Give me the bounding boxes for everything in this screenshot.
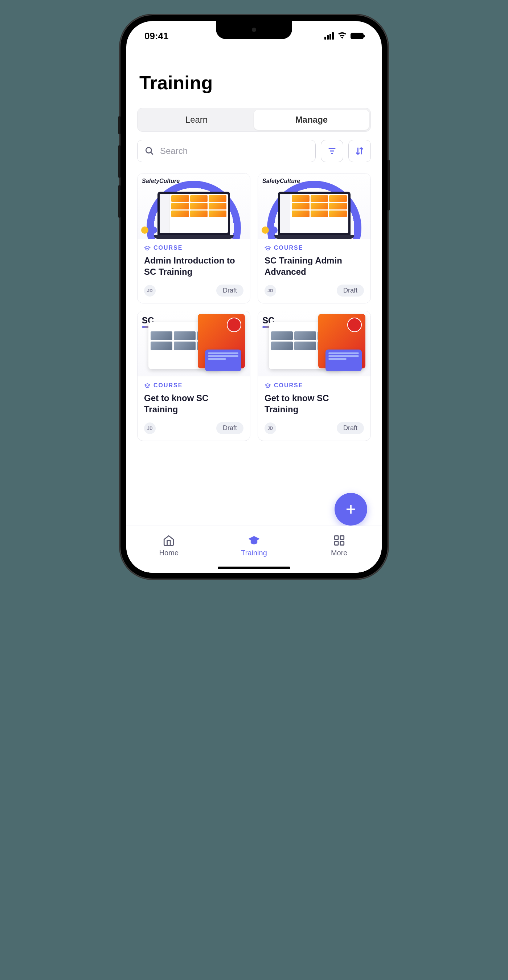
nav-more[interactable]: More xyxy=(297,526,382,565)
course-badge: COURSE xyxy=(265,382,364,389)
filter-icon xyxy=(327,146,337,156)
graduation-cap-icon xyxy=(144,245,151,251)
power-button xyxy=(387,160,390,210)
search-input-wrapper[interactable] xyxy=(137,140,316,162)
nav-training[interactable]: Training xyxy=(211,526,297,565)
card-grid: SafetyCulture COURSE Admin In xyxy=(137,173,371,441)
graduation-cap-icon xyxy=(265,245,271,251)
wifi-icon xyxy=(337,32,347,40)
tab-learn[interactable]: Learn xyxy=(139,110,254,130)
course-badge: COURSE xyxy=(144,382,243,389)
svg-rect-9 xyxy=(335,541,338,545)
sort-button[interactable] xyxy=(348,140,371,162)
card-title: Get to know SC Training xyxy=(265,392,364,415)
nav-home[interactable]: Home xyxy=(126,526,211,565)
card-thumbnail: SC xyxy=(258,311,370,376)
card-title: Get to know SC Training xyxy=(144,392,243,415)
course-card[interactable]: SC COURSE Get to know SC Training xyxy=(137,311,250,441)
divider xyxy=(126,101,382,101)
nav-training-label: Training xyxy=(241,549,267,557)
course-card[interactable]: SafetyCulture COURSE SC Train xyxy=(258,173,371,304)
status-time: 09:41 xyxy=(144,30,169,42)
svg-rect-10 xyxy=(340,541,344,545)
tab-bar: Home Training More xyxy=(126,525,382,573)
card-thumbnail: SC xyxy=(138,311,250,376)
svg-line-1 xyxy=(151,152,153,154)
badge-label: COURSE xyxy=(154,382,183,389)
course-badge: COURSE xyxy=(144,245,243,251)
svg-point-0 xyxy=(146,147,151,153)
svg-rect-8 xyxy=(340,536,344,539)
phone-screen: 09:41 Training Learn Manage xyxy=(126,21,382,573)
search-icon xyxy=(145,146,154,156)
filter-button[interactable] xyxy=(321,140,343,162)
graduation-cap-icon xyxy=(144,382,151,389)
notch xyxy=(216,21,292,39)
nav-more-label: More xyxy=(331,549,348,557)
card-thumbnail: SafetyCulture xyxy=(258,173,370,239)
status-badge: Draft xyxy=(216,422,243,434)
laptop-illustration xyxy=(274,192,354,239)
home-icon xyxy=(163,534,175,547)
course-badge: COURSE xyxy=(265,245,364,251)
badge-label: COURSE xyxy=(274,382,303,389)
volume-up-button xyxy=(118,145,121,178)
grid-icon xyxy=(333,534,345,547)
nav-home-label: Home xyxy=(159,549,179,557)
card-thumbnail: SafetyCulture xyxy=(138,173,250,239)
card-title: SC Training Admin Advanced xyxy=(265,255,364,278)
brand-logo: SafetyCulture xyxy=(262,178,300,185)
author-avatar: JD xyxy=(265,285,276,296)
segmented-control: Learn Manage xyxy=(137,108,371,132)
status-badge: Draft xyxy=(337,285,364,296)
sort-icon xyxy=(354,146,365,156)
side-button xyxy=(118,116,121,134)
author-avatar: JD xyxy=(144,423,156,434)
graduation-cap-icon xyxy=(265,382,271,389)
page-title: Training xyxy=(137,72,371,94)
status-icons xyxy=(324,32,364,40)
author-avatar: JD xyxy=(265,423,276,434)
home-indicator[interactable] xyxy=(218,566,290,569)
badge-label: COURSE xyxy=(154,245,183,251)
brand-logo: SafetyCulture xyxy=(142,178,179,185)
status-badge: Draft xyxy=(337,422,364,434)
search-input[interactable] xyxy=(160,146,308,156)
course-card[interactable]: SafetyCulture COURSE Admin In xyxy=(137,173,250,304)
add-button[interactable] xyxy=(335,493,367,525)
plus-icon xyxy=(344,503,357,516)
tab-manage[interactable]: Manage xyxy=(254,110,369,130)
graduation-cap-icon xyxy=(248,534,260,547)
volume-down-button xyxy=(118,185,121,218)
card-title: Admin Introduction to SC Training xyxy=(144,255,243,278)
svg-rect-7 xyxy=(335,536,338,539)
phone-frame: 09:41 Training Learn Manage xyxy=(120,14,388,579)
status-badge: Draft xyxy=(216,285,243,296)
course-card[interactable]: SC COURSE Get to know SC Training xyxy=(258,311,371,441)
battery-icon xyxy=(351,33,364,39)
author-avatar: JD xyxy=(144,285,156,296)
cellular-icon xyxy=(324,32,334,40)
laptop-illustration xyxy=(154,192,234,239)
badge-label: COURSE xyxy=(274,245,303,251)
